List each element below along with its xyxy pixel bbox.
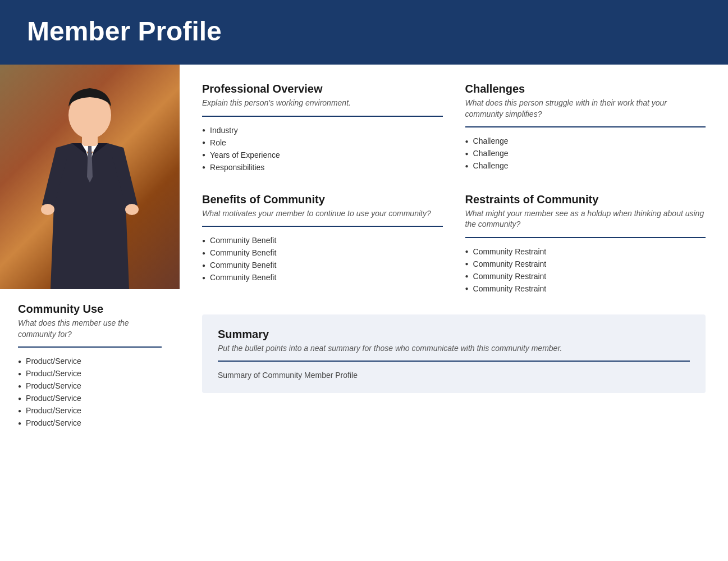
- person-avatar: [34, 76, 146, 289]
- summary-title: Summary: [218, 328, 690, 341]
- professional-overview-section: Professional Overview Explain this perso…: [202, 83, 443, 175]
- restraints-title: Restraints of Community: [465, 193, 706, 206]
- right-content: Professional Overview Explain this perso…: [180, 65, 728, 458]
- summary-text: Summary of Community Member Profile: [218, 371, 690, 380]
- list-item: Community Restraint: [465, 259, 706, 268]
- challenges-list: Challenge Challenge Challenge: [465, 136, 706, 170]
- list-item: Community Benefit: [202, 248, 443, 257]
- summary-section: Summary Put the bullet points into a nea…: [202, 314, 706, 394]
- list-item: Community Benefit: [202, 273, 443, 282]
- list-item: Responsibilities: [202, 163, 443, 172]
- community-use-divider: [18, 346, 162, 348]
- benefits-section: Benefits of Community What motivates you…: [202, 193, 443, 297]
- professional-overview-list: Industry Role Years of Experience Respon…: [202, 126, 443, 172]
- list-item: Product/Service: [18, 369, 162, 378]
- benefits-list: Community Benefit Community Benefit Comm…: [202, 236, 443, 282]
- professional-overview-divider: [202, 116, 443, 117]
- benefits-title: Benefits of Community: [202, 193, 443, 206]
- challenges-subtitle: What does this person struggle with in t…: [465, 98, 706, 120]
- left-column: Community Use What does this member use …: [0, 65, 180, 458]
- community-use-list: Product/Service Product/Service Product/…: [18, 357, 162, 427]
- list-item: Years of Experience: [202, 150, 443, 159]
- list-item: Community Benefit: [202, 261, 443, 270]
- list-item: Role: [202, 138, 443, 147]
- challenges-divider: [465, 126, 706, 127]
- list-item: Product/Service: [18, 357, 162, 366]
- professional-overview-title: Professional Overview: [202, 83, 443, 95]
- list-item: Community Benefit: [202, 236, 443, 245]
- list-item: Community Restraint: [465, 284, 706, 293]
- list-item: Product/Service: [18, 381, 162, 390]
- summary-divider: [218, 361, 690, 362]
- main-content: Community Use What does this member use …: [0, 65, 728, 458]
- list-item: Challenge: [465, 149, 706, 158]
- restraints-subtitle: What might your member see as a holdup w…: [465, 208, 706, 230]
- top-sections: Professional Overview Explain this perso…: [202, 83, 706, 175]
- challenges-section: Challenges What does this person struggl…: [465, 83, 706, 175]
- challenges-title: Challenges: [465, 83, 706, 95]
- list-item: Product/Service: [18, 406, 162, 415]
- list-item: Product/Service: [18, 394, 162, 403]
- professional-overview-subtitle: Explain this person's working environmen…: [202, 98, 443, 109]
- benefits-subtitle: What motivates your member to continue t…: [202, 208, 443, 220]
- community-use-title: Community Use: [18, 303, 162, 316]
- summary-subtitle: Put the bullet points into a neat summar…: [218, 343, 690, 354]
- list-item: Community Restraint: [465, 272, 706, 281]
- community-use-subtitle: What does this member use the community …: [18, 318, 162, 340]
- page-title: Member Profile: [27, 16, 701, 47]
- community-use-section: Community Use What does this member use …: [0, 289, 180, 440]
- list-item: Industry: [202, 126, 443, 135]
- page-header: Member Profile: [0, 0, 728, 65]
- svg-point-3: [41, 204, 54, 215]
- benefits-divider: [202, 226, 443, 227]
- restraints-section: Restraints of Community What might your …: [465, 193, 706, 297]
- list-item: Product/Service: [18, 418, 162, 427]
- list-item: Community Restraint: [465, 247, 706, 256]
- profile-image: [0, 65, 180, 289]
- list-item: Challenge: [465, 136, 706, 145]
- svg-point-4: [125, 204, 139, 215]
- middle-sections: Benefits of Community What motivates you…: [202, 193, 706, 297]
- list-item: Challenge: [465, 161, 706, 170]
- restraints-divider: [465, 237, 706, 238]
- restraints-list: Community Restraint Community Restraint …: [465, 247, 706, 293]
